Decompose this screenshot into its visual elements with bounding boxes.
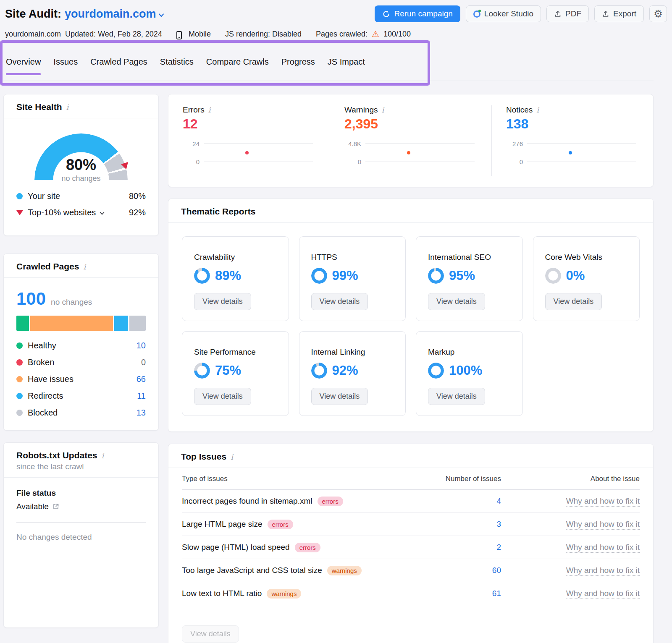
external-link-icon[interactable] (52, 503, 59, 510)
legend-count[interactable]: 13 (136, 408, 146, 418)
top-issues-card: Top Issues i Type of issues Number of is… (168, 444, 654, 643)
divider (16, 522, 146, 523)
why-how-to-fix-link[interactable]: Why and how to fix it (566, 589, 640, 599)
robots-txt-title: Robots.txt Updates (16, 450, 97, 460)
legend-label[interactable]: Top-10% websites (28, 208, 96, 217)
issue-about-cell: Why and how to fix it (501, 520, 640, 529)
thematic-card-title: Core Web Vitals (545, 253, 628, 262)
table-row: Slow page (HTML) load speederrors2Why an… (182, 536, 640, 559)
pdf-button[interactable]: PDF (546, 5, 589, 22)
tab-compare-crawls[interactable]: Compare Crawls (206, 57, 269, 75)
tab-overview[interactable]: Overview (6, 57, 41, 75)
view-details-button[interactable]: View details (311, 293, 368, 310)
thematic-card-percent: 92% (332, 363, 358, 378)
issue-count-link[interactable]: 60 (492, 566, 501, 575)
info-icon[interactable]: i (231, 452, 233, 461)
why-how-to-fix-link[interactable]: Why and how to fix it (566, 520, 640, 530)
issue-count-cell: 60 (404, 566, 501, 575)
thematic-card-internal-linking: Internal Linking92%View details (299, 331, 406, 416)
legend-count[interactable]: 11 (137, 391, 146, 401)
sparkline-max-label: 24 (183, 140, 200, 147)
view-details-button[interactable]: View details (194, 388, 251, 405)
rerun-campaign-button[interactable]: Rerun campaign (375, 5, 460, 22)
metric-notices: Noticesi1382760 (492, 105, 653, 176)
issue-count-link[interactable]: 2 (496, 543, 501, 552)
view-details-button[interactable]: View details (428, 293, 485, 310)
warning-triangle-icon: ⚠ (372, 29, 379, 39)
thematic-card-site-performance: Site Performance75%View details (182, 331, 289, 416)
issue-about-cell: Why and how to fix it (501, 543, 640, 552)
issue-severity-badge: warnings (267, 589, 301, 599)
issue-count-cell: 3 (404, 520, 501, 529)
issue-count-link[interactable]: 4 (496, 497, 501, 505)
donut-chart-icon (428, 268, 444, 284)
site-health-legend-row: Top-10% websites92% (16, 208, 146, 217)
metric-sparkline: 2760 (506, 141, 639, 163)
view-details-button[interactable]: View details (545, 293, 602, 310)
issue-title: Low text to HTML ratio (182, 589, 262, 598)
upload-icon (554, 10, 562, 18)
tab-crawled-pages[interactable]: Crawled Pages (90, 57, 147, 75)
legend-value: 80% (129, 191, 146, 201)
info-icon[interactable]: i (102, 451, 104, 460)
thematic-card-title: Crawlability (194, 253, 277, 262)
file-status-value: Available (16, 502, 49, 511)
info-icon[interactable]: i (382, 105, 384, 114)
meta-pages-label: Pages crawled: (316, 30, 368, 39)
domain-dropdown[interactable]: yourdomain.com (65, 8, 165, 21)
legend-count[interactable]: 66 (136, 374, 146, 384)
issue-severity-badge: errors (295, 543, 320, 552)
have-issues-dot-icon (16, 376, 23, 382)
site-health-title: Site Health (16, 102, 62, 112)
thematic-card-score: 99% (311, 268, 394, 284)
crawled-legend-row: Redirects11 (16, 391, 146, 401)
info-icon[interactable]: i (536, 105, 539, 114)
mobile-icon (176, 31, 182, 39)
healthy-dot-icon (16, 342, 23, 349)
thematic-card-title: HTTPS (311, 253, 394, 262)
sparkline-max-label: 276 (506, 140, 523, 147)
metric-label-row: Errorsi (183, 105, 315, 115)
info-icon[interactable]: i (66, 103, 69, 112)
issue-count-cell: 61 (404, 589, 501, 598)
view-details-button[interactable]: View details (194, 293, 251, 310)
why-how-to-fix-link[interactable]: Why and how to fix it (566, 497, 640, 507)
metric-label: Errors (183, 105, 205, 115)
legend-label: Redirects (28, 391, 63, 401)
thematic-card-crawlability: Crawlability89%View details (182, 236, 289, 321)
legend-count[interactable]: 10 (136, 341, 146, 350)
sparkline-min-label: 0 (344, 158, 361, 165)
settings-button[interactable]: ⚙ (649, 5, 667, 22)
chevron-down-icon[interactable] (99, 210, 104, 215)
thematic-card-title: International SEO (428, 253, 511, 262)
issue-count-link[interactable]: 61 (492, 589, 501, 598)
why-how-to-fix-link[interactable]: Why and how to fix it (566, 543, 640, 553)
crawled-legend-row: Broken0 (16, 358, 146, 367)
view-details-button[interactable]: View details (428, 388, 485, 405)
looker-studio-button[interactable]: Looker Studio (466, 5, 541, 22)
thematic-card-score: 95% (428, 268, 511, 284)
why-how-to-fix-link[interactable]: Why and how to fix it (566, 566, 640, 576)
crawled-legend-row: Have issues66 (16, 374, 146, 384)
tab-issues[interactable]: Issues (53, 57, 78, 75)
issues-summary-card: Errorsi12240Warningsi2,3954.8K0Noticesi1… (168, 94, 654, 187)
tab-progress[interactable]: Progress (281, 57, 315, 75)
info-icon[interactable]: i (208, 105, 211, 114)
view-details-button[interactable]: View details (311, 388, 368, 405)
legend-label: Your site (28, 191, 60, 201)
issue-about-cell: Why and how to fix it (501, 497, 640, 506)
metric-sparkline: 240 (183, 141, 315, 163)
info-icon[interactable]: i (83, 262, 86, 271)
thematic-card-title: Internal Linking (311, 348, 394, 357)
robots-txt-subtitle: since the last crawl (4, 462, 158, 478)
sparkline-min-label: 0 (183, 158, 200, 165)
tab-js-impact[interactable]: JS Impact (328, 57, 365, 75)
issue-count-link[interactable]: 3 (496, 520, 501, 528)
thematic-card-title: Site Performance (194, 348, 277, 357)
top-issues-view-details-button[interactable]: View details (182, 625, 239, 643)
export-button[interactable]: Export (594, 5, 644, 22)
tab-bar: OverviewIssuesCrawled PagesStatisticsCom… (0, 42, 672, 89)
tab-statistics[interactable]: Statistics (160, 57, 194, 75)
sparkline-min-label: 0 (506, 158, 523, 165)
thematic-card-percent: 100% (449, 363, 482, 378)
